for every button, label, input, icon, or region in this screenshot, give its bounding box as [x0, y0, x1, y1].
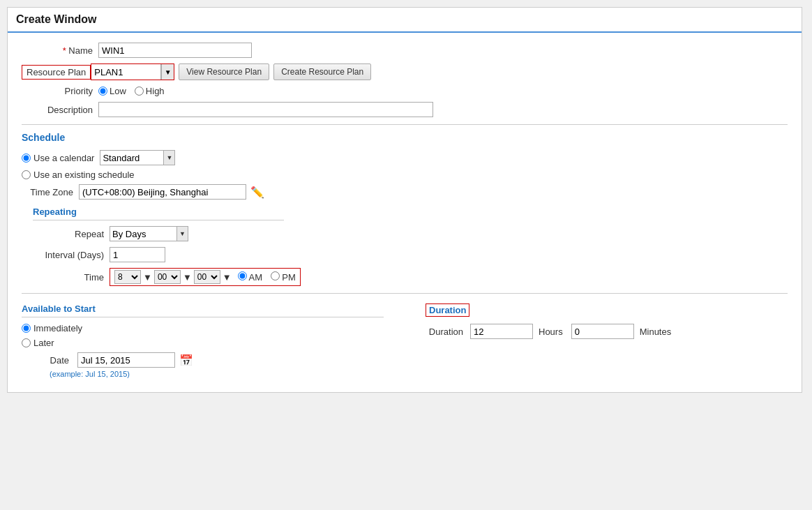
interval-input[interactable] [110, 247, 165, 262]
duration-section: Duration Duration Hours Minutes [426, 303, 788, 339]
bottom-section: Available to Start Immediately Later Dat… [22, 303, 788, 378]
duration-value-input[interactable] [470, 324, 533, 339]
time-hour-select[interactable]: 8 [114, 270, 141, 284]
date-row: Date 📅 [50, 352, 384, 368]
immediately-label: Immediately [33, 323, 82, 333]
time-min1-select[interactable]: 00 [154, 270, 181, 284]
later-label: Later [33, 338, 54, 348]
later-radio[interactable] [22, 338, 31, 347]
date-label: Date [50, 355, 73, 366]
time-min2-select[interactable]: 00 [194, 270, 220, 284]
timezone-row: Time Zone ✏️ [22, 184, 788, 200]
available-start-section: Available to Start Immediately Later Dat… [22, 303, 384, 378]
name-row: Name [22, 43, 788, 58]
time-row: Time 8 ▼ 00 ▼ 00 ▼ [33, 268, 788, 286]
pm-label: PM [282, 272, 296, 283]
resource-plan-dropdown-btn[interactable]: ▼ [161, 64, 174, 80]
use-existing-label: Use an existing schedule [33, 170, 135, 180]
create-resource-plan-btn[interactable]: Create Resource Plan [273, 63, 371, 80]
time-ampm-group: AM PM [238, 271, 296, 283]
time-label: Time [33, 272, 110, 283]
calendar-dropdown-btn[interactable]: ▼ [163, 151, 174, 165]
date-input[interactable] [77, 352, 175, 368]
repeat-dropdown-btn[interactable]: ▼ [176, 227, 188, 241]
use-calendar-radio[interactable] [22, 153, 31, 163]
page-container: Create Window Name Resource Plan ▼ View … [7, 7, 802, 393]
priority-high-option: High [135, 86, 165, 96]
use-calendar-row: Use a calendar ▼ [22, 150, 788, 165]
calendar-icon[interactable]: 📅 [179, 354, 193, 367]
duration-title-wrap: Duration [426, 303, 469, 317]
duration-title: Duration [429, 305, 466, 315]
priority-low-radio[interactable] [98, 87, 107, 96]
resource-plan-select-wrap: ▼ [91, 63, 174, 80]
date-hint: (example: Jul 15, 2015) [50, 370, 384, 378]
use-calendar-label: Use a calendar [33, 153, 94, 163]
description-input[interactable] [98, 102, 433, 117]
use-existing-row: Use an existing schedule [22, 170, 788, 180]
description-row: Description [22, 102, 788, 117]
page-title: Create Window [16, 13, 96, 25]
priority-radio-group: Low High [98, 86, 165, 96]
priority-row: Priority Low High [22, 86, 788, 96]
page-header: Create Window [8, 8, 802, 33]
description-label: Description [22, 105, 98, 115]
am-label: AM [249, 272, 263, 283]
priority-high-radio[interactable] [135, 87, 144, 96]
immediately-radio[interactable] [22, 324, 31, 333]
repeat-row: Repeat ▼ [33, 226, 788, 241]
divider2 [22, 293, 788, 294]
available-title: Available to Start [22, 303, 384, 317]
repeating-title: Repeating [33, 207, 284, 220]
name-input[interactable] [98, 43, 252, 58]
time-sep3: ▼ [222, 272, 232, 283]
time-sep2: ▼ [182, 272, 193, 283]
schedule-section: Schedule Use a calendar ▼ Use an existin… [22, 132, 788, 286]
am-radio[interactable] [238, 271, 247, 280]
date-section: Date 📅 (example: Jul 15, 2015) [22, 352, 384, 378]
priority-low-option: Low [98, 86, 126, 96]
duration-row: Duration Hours Minutes [426, 324, 788, 339]
calendar-select-combo: ▼ [100, 150, 175, 165]
timezone-input[interactable] [79, 184, 246, 200]
use-existing-radio[interactable] [22, 170, 31, 179]
resource-plan-label: Resource Plan [22, 65, 91, 80]
priority-low-label: Low [110, 86, 126, 96]
form-area: Name Resource Plan ▼ View Resource Plan … [8, 33, 802, 392]
immediately-option: Immediately [22, 323, 384, 333]
time-box: 8 ▼ 00 ▼ 00 ▼ AM [110, 268, 301, 286]
repeat-label: Repeat [33, 229, 110, 239]
repeat-input[interactable] [110, 227, 176, 241]
divider1 [22, 124, 788, 125]
repeat-select-combo: ▼ [110, 226, 188, 241]
time-sep1: ▼ [142, 272, 153, 283]
priority-label: Priority [22, 86, 98, 96]
duration-label: Duration [426, 327, 467, 337]
timezone-label: Time Zone [22, 187, 79, 197]
priority-high-label: High [146, 86, 165, 96]
hours-value-input[interactable] [571, 324, 634, 339]
pm-radio[interactable] [271, 271, 280, 280]
interval-row: Interval (Days) [33, 247, 788, 262]
calendar-input[interactable] [100, 151, 163, 165]
repeating-section: Repeating Repeat ▼ Interval (Days) Ti [33, 207, 788, 286]
resource-plan-input[interactable] [91, 64, 161, 80]
timezone-edit-icon[interactable]: ✏️ [250, 186, 264, 199]
hours-label: Hours [539, 327, 563, 337]
name-label: Name [22, 45, 98, 56]
schedule-title: Schedule [22, 132, 788, 143]
later-option: Later [22, 338, 384, 348]
interval-label: Interval (Days) [33, 250, 110, 260]
resource-plan-row: Resource Plan ▼ View Resource Plan Creat… [22, 63, 788, 80]
view-resource-plan-btn[interactable]: View Resource Plan [179, 63, 269, 80]
minutes-label: Minutes [640, 327, 672, 337]
